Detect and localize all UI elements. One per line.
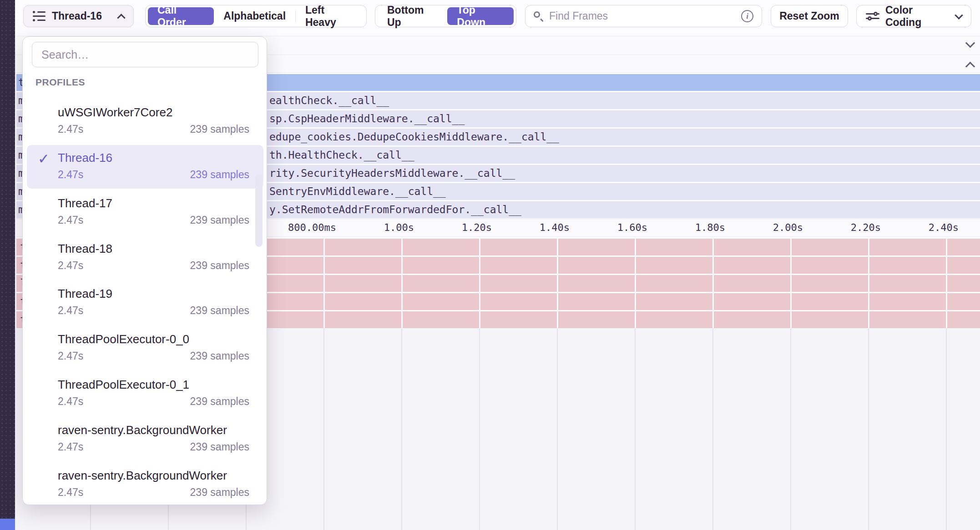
profile-samples: 239 samples	[190, 122, 249, 136]
gridline	[790, 238, 792, 329]
profile-name: ThreadPoolExecutor-0_0	[58, 331, 249, 347]
dropdown-search-input[interactable]	[41, 48, 249, 61]
dropdown-item-profile[interactable]: Thread-18 2.47s 239 samples	[27, 236, 263, 280]
dropdown-item-profile[interactable]: raven-sentry.BackgroundWorker 2.47s 239 …	[27, 463, 263, 506]
profile-name: raven-sentry.BackgroundWorker	[58, 422, 249, 438]
find-frames-input[interactable]	[549, 10, 736, 22]
reset-zoom-button[interactable]: Reset Zoom	[771, 5, 848, 27]
gridline	[401, 329, 402, 530]
search-icon	[534, 11, 544, 21]
gridline	[635, 329, 636, 530]
frame-text: SentryEnvMiddleware.__call__	[269, 183, 446, 200]
gridline	[790, 329, 791, 530]
collapse-chevron-up-icon[interactable]	[967, 62, 974, 70]
gridline	[635, 238, 636, 329]
frame-text: sp.CspHeaderMiddleware.__call__	[269, 110, 465, 127]
sidebar-bottom-button[interactable]	[0, 519, 15, 530]
sort-alphabetical-button[interactable]: Alphabetical	[214, 7, 295, 25]
profile-duration: 2.47s	[58, 122, 83, 136]
profile-samples: 239 samples	[190, 213, 249, 227]
axis-tick: 2.40s	[929, 219, 959, 236]
profile-samples: 239 samples	[190, 485, 249, 499]
sort-mode-segmented-control: Call Order Alphabetical Left Heavy	[145, 5, 367, 27]
direction-segmented-control: Bottom Up Top Down	[375, 5, 516, 27]
gridline	[946, 329, 947, 530]
profile-name: Thread-16	[58, 150, 249, 166]
axis-tick: 1.00s	[384, 219, 414, 236]
thread-selector-dropdown: PROFILES uWSGIWorker7Core2 2.47s 239 sam…	[22, 36, 267, 505]
gridline	[868, 238, 869, 329]
profile-name: Thread-19	[58, 285, 249, 302]
profile-name: ThreadPoolExecutor-0_1	[58, 376, 249, 393]
axis-tick: 1.60s	[617, 219, 647, 236]
gridline	[479, 238, 480, 329]
frame-text: ealthCheck.__call__	[269, 92, 389, 109]
gridline	[868, 329, 869, 530]
chevron-down-icon	[956, 10, 962, 22]
frame-text: th.HealthCheck.__call__	[269, 147, 414, 164]
app-sidebar-strip	[0, 0, 15, 530]
axis-tick: 1.40s	[540, 219, 570, 236]
profile-name: Thread-18	[58, 240, 249, 257]
expand-chevron-down-icon[interactable]	[967, 41, 974, 50]
profile-samples: 239 samples	[190, 304, 249, 317]
dropdown-item-profile[interactable]: uWSGIWorker7Core2 2.47s 239 samples	[27, 100, 263, 143]
axis-tick: 1.80s	[695, 219, 725, 236]
gridline	[557, 329, 558, 530]
dropdown-item-profile[interactable]: ThreadPoolExecutor-0_0 2.47s 239 samples	[27, 326, 263, 370]
gridline	[323, 238, 325, 329]
profile-samples: 239 samples	[190, 168, 249, 181]
direction-top-down-button[interactable]: Top Down	[447, 7, 514, 25]
color-coding-label: Color Coding	[885, 4, 950, 29]
direction-bottom-up-button[interactable]: Bottom Up	[378, 7, 447, 25]
gridline	[479, 329, 480, 530]
find-frames-field: i	[525, 5, 762, 27]
dropdown-item-profile[interactable]: raven-sentry.BackgroundWorker 2.47s 239 …	[27, 417, 263, 461]
profile-duration: 2.47s	[58, 395, 83, 408]
dropdown-item-profile-selected[interactable]: ✓ Thread-16 2.47s 239 samples	[27, 145, 263, 189]
gridline	[946, 238, 947, 329]
color-coding-button[interactable]: Color Coding	[856, 5, 971, 27]
sliders-icon	[866, 11, 879, 22]
axis-tick: 2.20s	[851, 219, 881, 236]
info-icon[interactable]: i	[741, 10, 753, 22]
dropdown-scrollbar-thumb[interactable]	[255, 174, 263, 247]
dropdown-item-profile[interactable]: Thread-19 2.47s 239 samples	[27, 281, 263, 325]
reset-zoom-label: Reset Zoom	[779, 10, 839, 22]
gridline	[323, 329, 324, 530]
dropdown-search-field	[32, 42, 258, 67]
profile-name: Thread-17	[58, 195, 249, 211]
profile-samples: 239 samples	[190, 349, 249, 363]
profile-samples: 239 samples	[190, 440, 249, 454]
dropdown-item-profile[interactable]: Thread-17 2.47s 239 samples	[27, 190, 263, 234]
gridline	[712, 329, 713, 530]
thread-selector-label: Thread-16	[52, 10, 102, 22]
profile-duration: 2.47s	[58, 213, 83, 227]
profile-duration: 2.47s	[58, 259, 83, 272]
sort-left-heavy-button[interactable]: Left Heavy	[296, 7, 364, 25]
profile-duration: 2.47s	[58, 440, 83, 454]
frame-text: edupe_cookies.DedupeCookiesMiddleware.__…	[269, 129, 559, 145]
axis-tick: 800.00ms	[288, 219, 336, 236]
profile-duration: 2.47s	[58, 304, 83, 317]
profile-samples: 239 samples	[190, 259, 249, 272]
gridline	[401, 238, 403, 329]
gridline	[557, 238, 558, 329]
frame-text: rity.SecurityHeadersMiddleware.__call__	[269, 165, 515, 182]
profile-name: raven-sentry.BackgroundWorker	[58, 467, 249, 484]
check-icon: ✓	[38, 150, 50, 167]
dropdown-item-profile[interactable]: ThreadPoolExecutor-0_1 2.47s 239 samples	[27, 372, 263, 415]
frame-text: y.SetRemoteAddrFromForwardedFor.__call__	[269, 201, 521, 218]
gridline	[712, 238, 714, 329]
toolbar: Thread-16 Call Order Alphabetical Left H…	[15, 0, 980, 36]
profile-duration: 2.47s	[58, 349, 83, 363]
profile-samples: 239 samples	[190, 395, 249, 408]
list-icon	[33, 11, 45, 21]
profile-name: uWSGIWorker7Core2	[58, 104, 249, 120]
sort-call-order-button[interactable]: Call Order	[148, 7, 214, 25]
profiler-flamegraph-page: Thread-16 Call Order Alphabetical Left H…	[0, 0, 980, 530]
profile-duration: 2.47s	[58, 485, 83, 499]
axis-tick: 2.00s	[773, 219, 803, 236]
dropdown-section-label: PROFILES	[35, 77, 85, 88]
thread-selector-button[interactable]: Thread-16	[23, 5, 134, 27]
